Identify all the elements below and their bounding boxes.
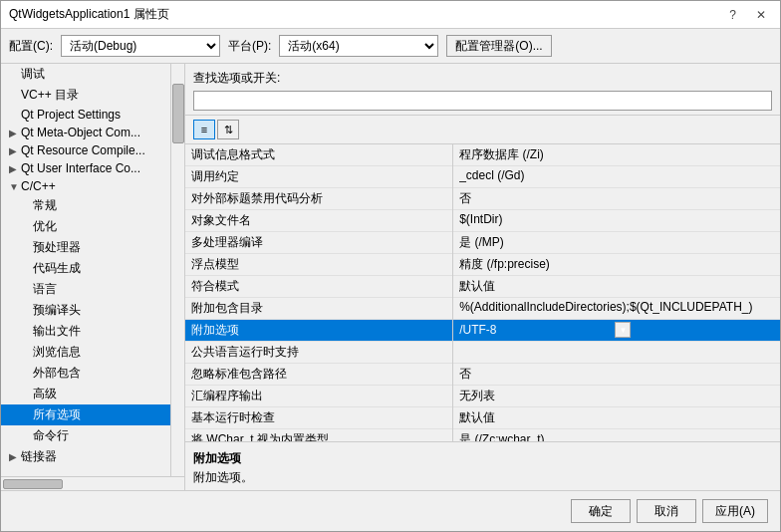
tree-item[interactable]: 输出文件 bbox=[1, 321, 170, 342]
tree-scrollbar[interactable] bbox=[170, 64, 184, 476]
tree-item-label: 语言 bbox=[33, 281, 57, 298]
sort-button[interactable]: ⇅ bbox=[217, 120, 239, 139]
prop-name: 基本运行时检查 bbox=[185, 407, 453, 429]
tree-item-label: 常规 bbox=[33, 197, 57, 214]
props-table-inner: 调试信息格式式程序数据库 (/Zi)调用约定_cdecl (/Gd)对外部标题禁… bbox=[185, 144, 780, 441]
tree-item[interactable]: 优化 bbox=[1, 216, 170, 237]
prop-value-cell bbox=[453, 342, 633, 346]
table-row[interactable]: 调试信息格式式程序数据库 (/Zi) bbox=[185, 144, 780, 166]
prop-value: 无列表 bbox=[459, 388, 495, 404]
left-panel: 调试VC++ 目录Qt Project SettingsQt Meta-Obje… bbox=[1, 64, 185, 490]
cancel-button[interactable]: 取消 bbox=[637, 499, 696, 523]
apply-button[interactable]: 应用(A) bbox=[702, 499, 768, 523]
prop-value-cell: 默认值 bbox=[453, 276, 633, 297]
tree-item[interactable]: VC++ 目录 bbox=[1, 85, 170, 106]
platform-select[interactable]: 活动(x64) bbox=[279, 35, 438, 57]
prop-name: 将 WChar_t 视为内置类型 bbox=[185, 429, 453, 442]
tree-item-label: 预处理器 bbox=[33, 239, 81, 256]
table-row[interactable]: 多处理器编译是 (/MP) bbox=[185, 232, 780, 254]
table-row[interactable]: 基本运行时检查默认值 bbox=[185, 407, 780, 429]
tree-item[interactable]: 语言 bbox=[1, 279, 170, 300]
prop-value: 否 bbox=[459, 190, 471, 207]
table-row[interactable]: 符合模式默认值 bbox=[185, 276, 780, 298]
tree-item[interactable]: Qt Project Settings bbox=[1, 106, 170, 124]
tree-item[interactable]: 预编译头 bbox=[1, 300, 170, 321]
prop-value: 精度 (/fp:precise) bbox=[459, 256, 550, 273]
table-row[interactable]: 对象文件名$(IntDir) bbox=[185, 210, 780, 232]
tree-item-label: 优化 bbox=[33, 218, 57, 235]
tree-item[interactable]: Qt User Interface Co... bbox=[1, 159, 170, 177]
table-row[interactable]: 将 WChar_t 视为内置类型是 (/Zc:wchar_t) bbox=[185, 429, 780, 442]
tree-item-label: Qt Project Settings bbox=[21, 108, 121, 122]
help-button[interactable]: ? bbox=[723, 8, 742, 22]
tree-item[interactable]: C/C++ bbox=[1, 177, 170, 195]
tree-scrollbar-thumb[interactable] bbox=[172, 84, 184, 143]
table-row[interactable]: 对外部标题禁用代码分析否 bbox=[185, 188, 780, 210]
main-window: QtWidgetsApplication1 属性页 ? ✕ 配置(C): 活动(… bbox=[0, 0, 781, 532]
sort-icon: ⇅ bbox=[224, 124, 233, 136]
ok-button[interactable]: 确定 bbox=[571, 499, 631, 523]
prop-name: 对象文件名 bbox=[185, 210, 453, 232]
tree-item[interactable]: 预处理器 bbox=[1, 237, 170, 258]
config-select[interactable]: 活动(Debug) bbox=[61, 35, 220, 57]
prop-value: _cdecl (/Gd) bbox=[459, 168, 524, 182]
prop-value-cell: 程序数据库 (/Zi) bbox=[453, 144, 633, 165]
tree-item[interactable]: 浏览信息 bbox=[1, 342, 170, 363]
prop-value: 默认值 bbox=[459, 278, 495, 295]
prop-value: $(IntDir) bbox=[459, 212, 502, 226]
properties-table: 调试信息格式式程序数据库 (/Zi)调用约定_cdecl (/Gd)对外部标题禁… bbox=[185, 144, 780, 441]
prop-dropdown-button[interactable]: ▼ bbox=[615, 322, 631, 338]
tree-item[interactable]: 外部包含 bbox=[1, 363, 170, 384]
config-manager-button[interactable]: 配置管理器(O)... bbox=[446, 35, 551, 57]
table-row[interactable]: 浮点模型精度 (/fp:precise) bbox=[185, 254, 780, 276]
tree-item[interactable]: Qt Resource Compile... bbox=[1, 141, 170, 159]
prop-name: 对外部标题禁用代码分析 bbox=[185, 188, 453, 210]
prop-value-cell: /UTF-8▼ bbox=[453, 320, 633, 340]
prop-name: 附加选项 bbox=[185, 320, 453, 342]
tree-item-label: 命令行 bbox=[33, 427, 69, 444]
tree-horiz-scrollbar[interactable] bbox=[1, 476, 184, 490]
table-row[interactable]: 公共语言运行时支持 bbox=[185, 342, 780, 364]
title-bar: QtWidgetsApplication1 属性页 ? ✕ bbox=[1, 1, 780, 29]
tree-item[interactable]: 所有选项 bbox=[1, 404, 170, 425]
tree-item[interactable]: Qt Meta-Object Com... bbox=[1, 124, 170, 141]
prop-name: 多处理器编译 bbox=[185, 232, 453, 254]
tree-horiz-thumb[interactable] bbox=[3, 479, 63, 489]
table-row[interactable]: 附加包含目录%(AdditionalIncludeDirectories);$(… bbox=[185, 298, 780, 320]
list-icon: ≡ bbox=[201, 124, 207, 135]
tree-item[interactable]: 命令行 bbox=[1, 425, 170, 446]
table-row[interactable]: 汇编程序输出无列表 bbox=[185, 386, 780, 407]
tree-item-label: 代码生成 bbox=[33, 260, 81, 277]
tree-item-label: 调试 bbox=[21, 66, 45, 83]
prop-name: 浮点模型 bbox=[185, 254, 453, 276]
icon-row: ≡ ⇅ bbox=[185, 116, 780, 144]
tree-item-label: Qt User Interface Co... bbox=[21, 161, 140, 175]
list-view-button[interactable]: ≡ bbox=[193, 120, 215, 139]
table-row[interactable]: 忽略标准包含路径否 bbox=[185, 364, 780, 386]
tree-item-label: 预编译头 bbox=[33, 302, 81, 319]
tree-item[interactable]: 代码生成 bbox=[1, 258, 170, 279]
prop-value: 程序数据库 (/Zi) bbox=[459, 146, 544, 163]
tree: 调试VC++ 目录Qt Project SettingsQt Meta-Obje… bbox=[1, 64, 170, 476]
tree-item[interactable]: 链接器 bbox=[1, 446, 170, 467]
prop-name: 公共语言运行时支持 bbox=[185, 342, 453, 364]
tree-expand-icon bbox=[9, 128, 21, 138]
tree-expand-icon bbox=[9, 145, 21, 156]
prop-name: 调试信息格式式 bbox=[185, 144, 453, 166]
table-row[interactable]: 附加选项/UTF-8▼ bbox=[185, 320, 780, 342]
config-label: 配置(C): bbox=[9, 38, 53, 55]
prop-value-cell: 否 bbox=[453, 364, 633, 385]
tree-item-label: 输出文件 bbox=[33, 323, 81, 340]
search-input[interactable] bbox=[193, 91, 772, 111]
prop-value-cell: $(IntDir) bbox=[453, 210, 633, 228]
prop-value-cell: 无列表 bbox=[453, 386, 633, 406]
left-scroll-area: 调试VC++ 目录Qt Project SettingsQt Meta-Obje… bbox=[1, 64, 184, 476]
tree-item[interactable]: 高级 bbox=[1, 384, 170, 404]
table-row[interactable]: 调用约定_cdecl (/Gd) bbox=[185, 166, 780, 188]
tree-item[interactable]: 常规 bbox=[1, 195, 170, 216]
tree-item[interactable]: 调试 bbox=[1, 64, 170, 85]
prop-value-cell: 是 (/Zc:wchar_t) bbox=[453, 429, 633, 441]
close-button[interactable]: ✕ bbox=[750, 8, 772, 22]
tree-item-label: Qt Resource Compile... bbox=[21, 143, 145, 157]
tree-item-label: VC++ 目录 bbox=[21, 87, 79, 104]
